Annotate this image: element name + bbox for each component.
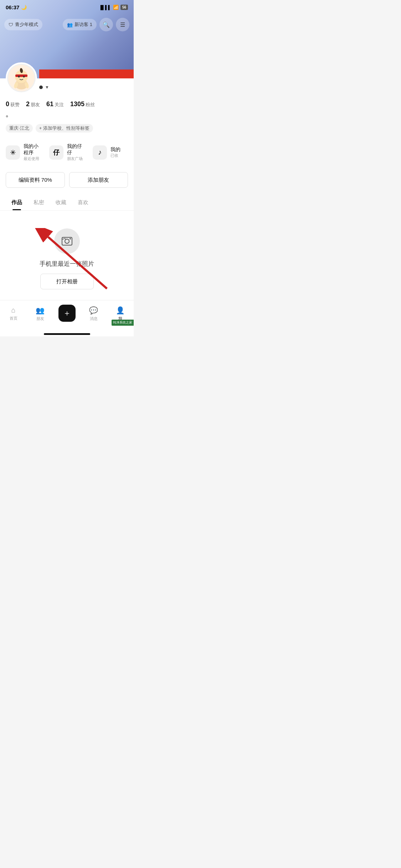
mini-app-info-0: 我的小程序 最近使用	[24, 143, 41, 161]
open-album-button[interactable]: 打开相册	[40, 274, 94, 289]
bio-section: ° 重庆·江北 + 添加学校、性别等标签	[0, 112, 134, 137]
mini-apps-section: ✳ 我的小程序 最近使用 仔 我的仔仔 朋友广场 ♪ 我的 已收	[0, 139, 134, 166]
location-tags: 重庆·江北 + 添加学校、性别等标签	[6, 124, 128, 133]
nav-item-create[interactable]: ＋	[53, 303, 80, 324]
edit-profile-button[interactable]: 编辑资料 70%	[6, 172, 65, 188]
likes-label: 获赞	[10, 102, 20, 108]
mini-app-item-1[interactable]: 仔 我的仔仔 朋友广场	[49, 143, 88, 161]
search-button[interactable]: 🔍	[99, 18, 113, 31]
user-online-dot	[39, 86, 43, 89]
bottom-nav: ⌂ 首页 👥 朋友 ＋ 💬 消息 👤 我	[0, 300, 134, 331]
photo-icon	[61, 236, 73, 247]
menu-icon: ☰	[120, 21, 125, 28]
friends-label: 朋友	[31, 102, 40, 108]
add-tag-button[interactable]: + 添加学校、性别等标签	[36, 124, 93, 133]
mini-app-sub-0: 最近使用	[24, 156, 41, 161]
bio-text: °	[6, 114, 128, 122]
search-icon: 🔍	[103, 21, 110, 28]
messages-label: 消息	[90, 316, 98, 321]
friends-nav-label: 朋友	[36, 316, 44, 321]
photo-icon-circle	[54, 228, 80, 254]
youth-mode-button[interactable]: 🛡 青少年模式	[4, 19, 42, 30]
svg-point-12	[65, 239, 69, 243]
nav-right-group: 👥 新访客 1 🔍 ☰	[63, 18, 129, 31]
mini-app-sub-1: 朋友广场	[67, 156, 85, 161]
action-buttons-section: 编辑资料 70% 添加朋友	[0, 168, 134, 192]
page-wrapper: 06:37 🌙 ▐▌▌▌ 📶 56 🛡 青少年模式 👥 新访客 1	[0, 0, 134, 336]
home-bar	[44, 333, 90, 335]
friends-count: 2	[26, 100, 30, 108]
stat-friends[interactable]: 2 朋友	[26, 100, 40, 108]
followers-count: 1305	[70, 100, 84, 108]
visitor-button[interactable]: 👥 新访客 1	[63, 19, 97, 30]
mini-app-name-0: 我的小程序	[24, 143, 41, 156]
add-tag-label: + 添加学校、性别等标签	[39, 125, 89, 131]
wifi-icon: 📶	[113, 5, 119, 10]
tab-likes-label: 喜欢	[78, 199, 88, 205]
tab-favorites-label: 收藏	[56, 199, 66, 205]
nav-item-friends[interactable]: 👥 朋友	[27, 305, 53, 323]
mini-app-info-2: 我的 已收	[110, 146, 120, 158]
tab-likes[interactable]: 喜欢	[72, 194, 94, 210]
add-friend-button[interactable]: 添加朋友	[69, 172, 128, 188]
profile-header: ▼	[0, 78, 134, 95]
mini-app-icon-1: 仔	[49, 145, 63, 160]
nav-item-messages[interactable]: 💬 消息	[80, 305, 107, 323]
mini-app-name-1: 我的仔仔	[67, 143, 85, 156]
svg-point-5	[18, 76, 20, 77]
tab-private-label: 私密	[34, 199, 44, 205]
mini-app-item-2[interactable]: ♪ 我的 已收	[93, 143, 132, 161]
messages-icon: 💬	[89, 306, 98, 315]
following-count: 61	[46, 100, 53, 108]
stat-following[interactable]: 61 关注	[46, 100, 64, 108]
menu-button[interactable]: ☰	[116, 18, 129, 31]
status-time: 06:37	[6, 4, 19, 10]
status-icons: ▐▌▌▌ 📶 56	[99, 5, 128, 10]
home-indicator	[0, 331, 134, 336]
signal-icon: ▐▌▌▌	[99, 5, 111, 10]
status-bar: 06:37 🌙 ▐▌▌▌ 📶 56	[0, 0, 134, 13]
avatar	[7, 64, 36, 92]
svg-rect-3	[15, 74, 27, 77]
location-tag: 重庆·江北	[6, 124, 33, 133]
mini-app-sub-2: 已收	[110, 153, 120, 158]
mini-app-info-1: 我的仔仔 朋友广场	[67, 143, 85, 161]
home-icon: ⌂	[11, 306, 15, 314]
battery-indicator: 56	[120, 5, 128, 10]
likes-count: 0	[6, 100, 9, 108]
stat-likes: 0 获赞	[6, 100, 20, 108]
shield-icon: 🛡	[9, 22, 13, 27]
mini-app-icon-0: ✳	[6, 145, 20, 160]
tabs-section: 作品 私密 收藏 喜欢 手机里最近一张照片 打	[0, 194, 134, 300]
svg-point-6	[23, 76, 25, 77]
svg-point-13	[70, 238, 71, 239]
avatar-svg	[8, 65, 35, 92]
me-icon: 👤	[116, 306, 125, 315]
visitor-label: 新访客 1	[74, 21, 92, 28]
tab-works[interactable]: 作品	[6, 194, 28, 210]
moon-icon: 🌙	[21, 5, 27, 10]
stat-followers[interactable]: 1305 粉丝	[70, 100, 95, 108]
home-label: 首页	[10, 316, 17, 321]
nav-item-home[interactable]: ⌂ 首页	[0, 305, 27, 322]
tabs-row: 作品 私密 收藏 喜欢	[0, 194, 134, 211]
dropdown-arrow-icon[interactable]: ▼	[45, 85, 49, 90]
watermark: 纯净系统之家	[112, 320, 134, 326]
create-button[interactable]: ＋	[58, 305, 76, 322]
avatar-wrapper[interactable]	[6, 62, 37, 94]
stats-section: 0 获赞 2 朋友 61 关注 1305 粉丝	[0, 95, 134, 112]
friends-icon: 👥	[36, 306, 45, 315]
mini-app-icon-2: ♪	[93, 145, 107, 160]
empty-state-text: 手机里最近一张照片	[40, 260, 94, 268]
mini-app-item-0[interactable]: ✳ 我的小程序 最近使用	[6, 143, 45, 161]
content-area: 手机里最近一张照片 打开相册	[0, 211, 134, 300]
mini-app-name-2: 我的	[110, 146, 120, 153]
visitor-icon: 👥	[67, 22, 73, 27]
plus-icon: ＋	[63, 309, 71, 317]
youth-mode-label: 青少年模式	[15, 21, 38, 28]
tab-private[interactable]: 私密	[28, 194, 50, 210]
following-label: 关注	[55, 102, 64, 108]
tab-favorites[interactable]: 收藏	[50, 194, 72, 210]
tab-works-label: 作品	[11, 199, 22, 205]
followers-label: 粉丝	[86, 102, 95, 108]
